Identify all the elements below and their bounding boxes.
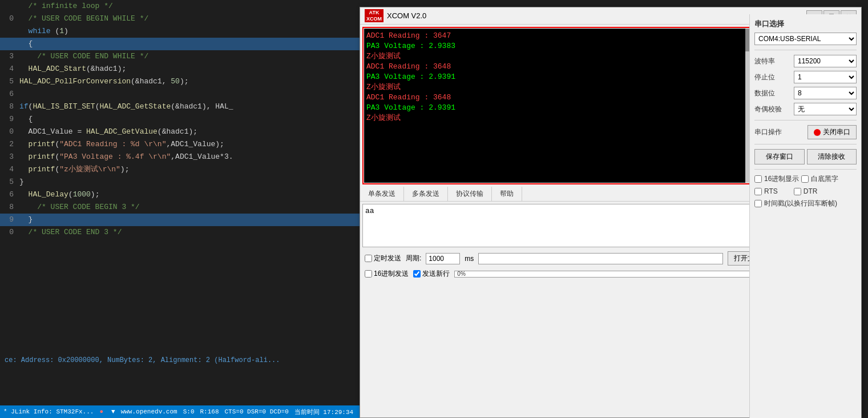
port-op-label: 串口操作 xyxy=(754,127,782,137)
serial-line: Z小旋测试 xyxy=(366,113,743,123)
serial-line: Z小旋测试 xyxy=(366,82,743,93)
code-line: 0 /* USER CODE BEGIN WHILE */ xyxy=(0,13,365,25)
period-input[interactable] xyxy=(426,253,460,264)
code-line: 5 HAL_ADC_PollForConversion(&hadc1, 50); xyxy=(0,75,365,88)
send-file-path[interactable] xyxy=(478,253,723,264)
timestamp-checkbox[interactable] xyxy=(754,200,762,207)
rts-label: RTS xyxy=(764,187,778,195)
serial-line: ADC1 Reading : 3647 xyxy=(366,31,743,41)
hex-send-checkbox-label[interactable]: 16进制发送 xyxy=(365,269,409,279)
rts-checkbox[interactable] xyxy=(754,188,762,195)
close-port-button[interactable]: 关闭串口 xyxy=(808,125,857,139)
hex-display-row: 16进制显示 白底黑字 xyxy=(754,174,857,184)
parity-label: 奇偶校验 xyxy=(754,104,782,114)
baud-label: 波特率 xyxy=(754,57,775,66)
send-textarea[interactable]: aa xyxy=(362,204,750,247)
period-label: 周期: xyxy=(406,254,421,263)
ide-statusbar: * JLink Info: STM32Fx... ● ▼ www.openedv… xyxy=(0,405,360,418)
code-line: 9 { xyxy=(0,113,365,126)
stopbits-label: 停止位 xyxy=(754,73,775,82)
save-clear-row: 保存窗口 清除接收 xyxy=(754,149,857,164)
databits-row: 数据位 8 xyxy=(754,87,857,99)
website: www.openedv.com xyxy=(121,408,177,415)
divider xyxy=(754,144,857,144)
baud-select[interactable]: 115200 xyxy=(794,55,857,67)
serial-line: Z小旋测试 xyxy=(366,51,743,62)
right-panel: 串口选择 COM4:USB-SERIAL 波特率 115200 停止位 1 数据… xyxy=(749,14,861,418)
xcom-title-left: ATK XCOM XCOM V2.0 xyxy=(365,9,426,23)
s-value: S:0 xyxy=(183,408,195,415)
white-bg-checkbox[interactable] xyxy=(801,175,809,183)
code-line: 8 if(HAL_IS_BIT_SET(HAL_ADC_GetState(&ha… xyxy=(0,101,365,113)
jlink-info: * JLink Info: STM32Fx... xyxy=(3,408,94,415)
progress-bar: 0% xyxy=(454,271,762,278)
period-unit: ms xyxy=(465,255,474,263)
code-line: 5 } xyxy=(0,176,365,188)
serial-line: PA3 Voltage : 2.9383 xyxy=(366,41,743,51)
databits-select[interactable]: 8 xyxy=(794,87,857,99)
status-arrow: ▼ xyxy=(111,408,115,415)
cts-dsr: CTS=0 DSR=0 DCD=0 xyxy=(225,408,289,415)
newline-checkbox[interactable] xyxy=(413,270,421,278)
code-line: 8 /* USER CODE BEGIN 3 */ xyxy=(0,201,365,214)
code-line: 3 printf("PA3 Voltage : %.4f \r\n",ADC1_… xyxy=(0,151,365,163)
serial-line: ADC1 Reading : 3648 xyxy=(366,93,743,103)
tab-multi-send[interactable]: 多条发送 xyxy=(404,187,448,201)
port-op-row: 串口操作 关闭串口 xyxy=(754,125,857,139)
white-bg-label: 白底黑字 xyxy=(811,174,838,184)
divider xyxy=(754,120,857,120)
serial-output: ADC1 Reading : 3647 PA3 Voltage : 2.9383… xyxy=(364,29,745,183)
code-line: { xyxy=(0,38,365,50)
divider xyxy=(754,50,857,50)
stopbits-select[interactable]: 1 xyxy=(794,71,857,83)
tab-single-send[interactable]: 单条发送 xyxy=(360,187,404,201)
timed-send-checkbox-label[interactable]: 定时发送 xyxy=(365,254,401,263)
stopbits-row: 停止位 1 xyxy=(754,71,857,83)
code-line: 4 printf("z小旋测试\r\n"); xyxy=(0,163,365,176)
code-line: 0 ADC1_Value = HAL_ADC_GetValue(&hadc1); xyxy=(0,126,365,138)
rts-dtr-row: RTS DTR xyxy=(754,187,857,195)
progress-text: 0% xyxy=(457,271,465,277)
port-select-label: 串口选择 xyxy=(754,19,857,29)
status-icon: ● xyxy=(99,408,103,415)
output-panel: ce: Address: 0x20000000, NumBytes: 2, Al… xyxy=(0,354,360,405)
divider xyxy=(754,169,857,170)
dtr-label: DTR xyxy=(804,187,818,195)
code-line: 4 HAL_ADC_Start(&hadc1); xyxy=(0,63,365,75)
port-select[interactable]: COM4:USB-SERIAL xyxy=(754,33,857,45)
current-time: 当前时间 17:29:34 xyxy=(294,408,353,416)
timestamp-row: 时间戳(以换行回车断帧) xyxy=(754,199,857,208)
timestamp-label: 时间戳(以换行回车断帧) xyxy=(764,199,837,208)
parity-select[interactable]: 无 xyxy=(794,103,857,115)
serial-line: PA3 Voltage : 2.9391 xyxy=(366,72,743,82)
code-line: 0 /* USER CODE END 3 */ xyxy=(0,226,365,239)
code-line: /* infinite loop */ xyxy=(0,0,365,13)
dtr-checkbox[interactable] xyxy=(794,188,801,195)
xcom-title: XCOM V2.0 xyxy=(387,11,426,20)
code-line: 6 xyxy=(0,88,365,101)
serial-line: ADC1 Reading : 3648 xyxy=(366,62,743,72)
hex-display-checkbox[interactable] xyxy=(754,175,762,183)
timed-send-checkbox[interactable] xyxy=(365,255,372,262)
serial-line: PA3 Voltage : 2.9391 xyxy=(366,103,743,113)
code-line: 9 } xyxy=(0,214,365,226)
code-line: 2 printf("ADC1 Reading : %d \r\n",ADC1_V… xyxy=(0,138,365,151)
hex-send-checkbox[interactable] xyxy=(365,270,372,278)
code-line: 3 /* USER CODE END WHILE */ xyxy=(0,50,365,63)
parity-row: 奇偶校验 无 xyxy=(754,103,857,115)
baud-row: 波特率 115200 xyxy=(754,55,857,67)
xcom-logo: ATK XCOM xyxy=(365,9,383,23)
logo-line2: XCOM xyxy=(366,16,382,22)
red-dot-icon xyxy=(814,129,821,136)
save-window-button[interactable]: 保存窗口 xyxy=(754,149,805,164)
newline-checkbox-label[interactable]: 发送新行 xyxy=(413,269,450,279)
code-line: while (1) xyxy=(0,25,365,38)
tab-protocol[interactable]: 协议传输 xyxy=(448,187,492,201)
databits-label: 数据位 xyxy=(754,89,775,98)
clear-recv-button[interactable]: 清除接收 xyxy=(807,149,857,164)
logo-line1: ATK xyxy=(369,10,380,16)
xcom-window: ATK XCOM XCOM V2.0 – □ ✕ ADC1 Reading : … xyxy=(360,7,862,418)
tab-help[interactable]: 帮助 xyxy=(492,187,522,201)
output-text: ce: Address: 0x20000000, NumBytes: 2, Al… xyxy=(5,356,280,364)
r-value: R:168 xyxy=(200,408,219,415)
